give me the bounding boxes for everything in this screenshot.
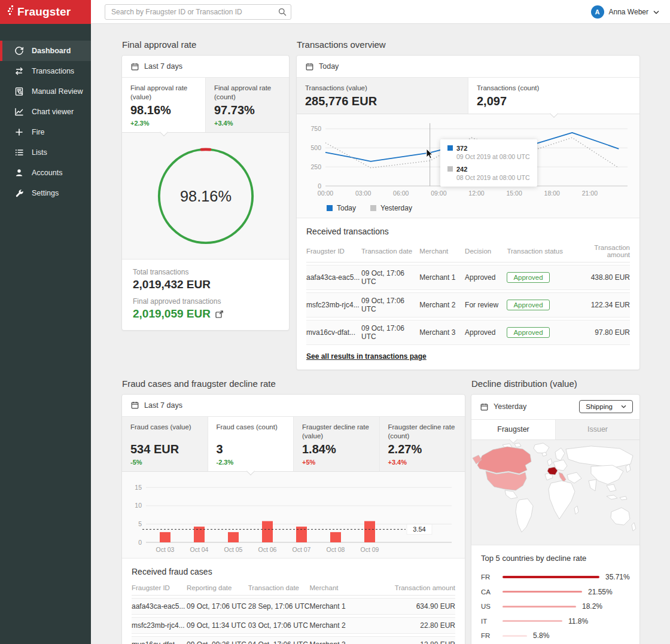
axis-tick-label: Oct 09 <box>361 546 379 553</box>
search-input[interactable] <box>105 4 291 20</box>
shipping-dropdown[interactable]: Shipping <box>579 400 633 413</box>
table-cell: aafa43ca-eac5... <box>132 598 187 615</box>
external-link-icon[interactable] <box>215 310 223 318</box>
stat-label: Transactions (value) <box>305 84 459 93</box>
axis-tick-label: Oct 06 <box>258 546 277 553</box>
stat-tab-fraugster-decline-rate-count[interactable]: Fraugster decline rate (count)2.27%+3.4% <box>379 417 465 471</box>
table-cell: Approved <box>507 265 571 290</box>
map-country-southeast-asia <box>607 484 616 492</box>
sidebar-item-accounts[interactable]: Accounts <box>0 163 91 183</box>
map-country-south-america <box>516 499 533 532</box>
legend-swatch <box>327 205 333 211</box>
tooltip-entry: 24208 Oct 2019 at 08:00 UTC <box>447 166 530 181</box>
table-row[interactable]: msfc23mb-rjc4...09 Oct, 11:34 UTC03 Oct,… <box>132 617 455 634</box>
received-fraud-cases-title: Received fraud cases <box>132 567 455 576</box>
decline-rate-value: 35.71% <box>605 573 630 581</box>
legend-item-today[interactable]: Today <box>327 204 356 212</box>
table-cell: 438.80 EUR <box>572 265 630 290</box>
table-cell: 12.80 EUR <box>361 636 455 644</box>
manual-review-icon <box>14 87 24 96</box>
fraud-bar-oct-04[interactable] <box>194 527 205 542</box>
sidebar-item-transactions[interactable]: Transactions <box>0 61 91 81</box>
period-selector[interactable]: Last 7 days <box>122 56 289 78</box>
search-icon[interactable] <box>278 8 287 19</box>
fraud-bar-oct-05[interactable] <box>228 532 239 542</box>
transactions-overview-card: Today Transactions (value)285,776 EURTra… <box>296 55 640 370</box>
status-badge: Approved <box>507 327 549 338</box>
total-transactions-label: Total transactions <box>133 268 278 276</box>
period-selector[interactable]: Last 7 days <box>122 395 465 417</box>
fraugster-logo[interactable]: Fraugster <box>0 0 91 24</box>
transactions-line-chart-panel[interactable]: 025050075000:0003:0006:0009:0012:0015:00… <box>297 114 639 218</box>
sidebar-item-settings[interactable]: Settings <box>0 183 91 203</box>
table-cell: Merchant 2 <box>419 292 465 318</box>
stat-tab-final-approval-rate-count[interactable]: Final approval rate (count)97.73%+3.4% <box>205 78 289 132</box>
table-row[interactable]: mva16cv-dfat...09 Oct, 17:06 UTCMerchant… <box>306 320 630 345</box>
stat-tab-final-approval-rate-value[interactable]: Final approval rate (value)98.16%+2.3% <box>122 78 205 132</box>
table-row[interactable]: aafa43ca-eac5...09 Oct, 17:06 UTC28 Sep,… <box>132 598 455 615</box>
table-cell: 09 Oct, 17:06 UTC <box>361 265 419 290</box>
stat-tab-transactions-count[interactable]: Transactions (count)2,097 <box>468 78 639 114</box>
dropdown-value: Shipping <box>586 403 613 410</box>
stat-label: Fraugster decline rate (value) <box>302 423 371 441</box>
sidebar-item-manual-review[interactable]: Manual Review <box>0 81 91 102</box>
fraud-bar-chart-panel[interactable]: 051015Oct 03Oct 04Oct 05Oct 06Oct 07Oct … <box>122 472 465 558</box>
stat-tab-fraud-cases-value[interactable]: Fraud cases (value)534 EUR-5% <box>122 417 208 471</box>
table-row[interactable]: msfc23mb-rjc4...09 Oct, 17:06 UTCMerchan… <box>306 292 630 318</box>
sidebar-item-dashboard[interactable]: Dashboard <box>0 41 91 61</box>
map-country-canada[interactable] <box>477 447 531 474</box>
received-transactions-title: Received transactions <box>306 227 630 236</box>
fraud-bar-oct-06[interactable] <box>262 521 273 542</box>
table-cell: Approved <box>507 320 571 345</box>
see-all-transactions-link[interactable]: See all results in transactions page <box>306 352 427 361</box>
axis-tick-label: Oct 04 <box>190 546 209 553</box>
user-menu[interactable]: A Anna Weber <box>591 0 660 24</box>
dashboard-icon <box>14 46 24 56</box>
fraud-bar-oct-08[interactable] <box>330 532 341 542</box>
sidebar-item-lists[interactable]: Lists <box>0 142 91 163</box>
stat-tab-fraud-cases-count[interactable]: Fraud cases (count)3-2.3% <box>208 417 294 471</box>
chevron-down-icon <box>653 10 659 14</box>
legend-item-yesterday[interactable]: Yesterday <box>370 204 412 212</box>
table-row[interactable]: mva16cv-dfat...09 Oct, 09:26 UTC04 Oct, … <box>132 636 455 644</box>
axis-tick-label: 10 <box>135 502 142 509</box>
tooltip-entry: 37209 Oct 2019 at 08:00 UTC <box>447 145 530 160</box>
sidebar-item-label: Manual Review <box>32 87 83 96</box>
section-title-transactions-overview: Transactions overview <box>297 39 640 50</box>
table-row[interactable]: aafa43ca-eac5...09 Oct, 17:06 UTCMerchan… <box>306 265 630 290</box>
status-badge: Approved <box>507 272 549 283</box>
table-cell: 03 Oct, 17:06 UTC <box>248 617 310 634</box>
sidebar-item-fire[interactable]: Fire <box>0 122 91 142</box>
sidebar-item-label: Settings <box>32 189 59 197</box>
stat-delta: +5% <box>302 459 371 466</box>
tab-issuer[interactable]: Issuer <box>555 420 639 439</box>
map-country-italy[interactable] <box>559 472 566 482</box>
tab-label: Issuer <box>587 425 608 434</box>
period-label: Today <box>319 62 339 71</box>
tooltip-timestamp: 09 Oct 2019 at 08:00 UTC <box>456 153 530 160</box>
fraud-bar-oct-03[interactable] <box>160 532 170 542</box>
decline-world-map-panel <box>471 440 639 545</box>
table-cell: 09 Oct, 09:26 UTC <box>187 636 248 644</box>
axis-tick-label: 0 <box>138 538 142 545</box>
axis-tick-label: 0 <box>318 182 321 189</box>
country-code: FR <box>481 573 502 581</box>
period-selector[interactable]: Yesterday <box>480 402 526 411</box>
sidebar-item-chart-viewer[interactable]: Chart viewer <box>0 102 91 122</box>
stat-tab-transactions-value[interactable]: Transactions (value)285,776 EUR <box>297 78 468 114</box>
stat-tab-fraugster-decline-rate-value[interactable]: Fraugster decline rate (value)1.84%+5% <box>293 417 379 471</box>
fraud-bar-oct-09[interactable] <box>364 521 375 542</box>
axis-tick-label: 250 <box>310 163 321 170</box>
stat-value: 285,776 EUR <box>305 94 459 108</box>
fraud-cases-bar-chart[interactable]: 051015Oct 03Oct 04Oct 05Oct 06Oct 07Oct … <box>128 477 459 556</box>
fraud-bar-oct-07[interactable] <box>296 527 307 542</box>
map-country-united-states[interactable] <box>486 471 526 490</box>
decline-rate-row-fr-4: FR5.8% <box>481 628 630 643</box>
tab-label: Fraugster <box>497 425 529 434</box>
map-country-india <box>589 480 596 491</box>
period-selector[interactable]: Today <box>297 56 639 78</box>
chart-tooltip: 37209 Oct 2019 at 08:00 UTC24208 Oct 201… <box>440 139 537 187</box>
status-badge: Approved <box>507 300 549 310</box>
axis-tick-label: 21:00 <box>582 190 598 197</box>
table-cell: Approved <box>465 320 507 345</box>
